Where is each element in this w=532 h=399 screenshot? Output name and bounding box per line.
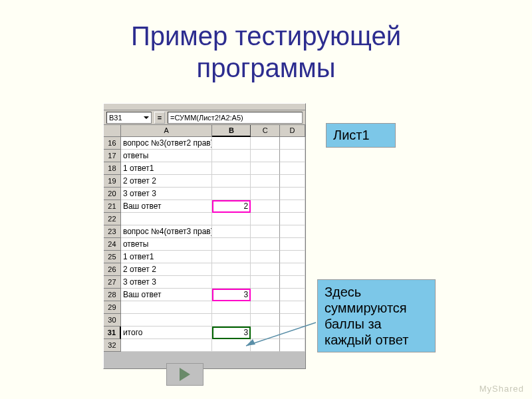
cell[interactable]: [212, 225, 251, 238]
cell[interactable]: итого: [121, 327, 213, 339]
row-header[interactable]: 16: [104, 137, 121, 150]
row-header[interactable]: 21: [104, 200, 121, 213]
cell[interactable]: [280, 301, 305, 314]
cell[interactable]: [251, 276, 280, 289]
cell[interactable]: [212, 137, 251, 150]
cell[interactable]: [251, 238, 280, 251]
cell[interactable]: [212, 175, 251, 188]
cell[interactable]: [212, 238, 251, 251]
row-header[interactable]: 32: [104, 339, 121, 352]
cell[interactable]: [251, 289, 280, 301]
cell[interactable]: [280, 238, 305, 251]
row-header[interactable]: 17: [104, 150, 121, 162]
cell[interactable]: [251, 251, 280, 263]
row-header[interactable]: 27: [104, 276, 121, 289]
cell[interactable]: [280, 213, 305, 225]
cell[interactable]: [251, 263, 280, 276]
cell[interactable]: [212, 339, 251, 352]
cell[interactable]: [280, 251, 305, 263]
row-header[interactable]: 30: [104, 314, 121, 327]
col-header-C[interactable]: C: [251, 125, 280, 137]
cell[interactable]: 3 ответ 3: [121, 188, 213, 200]
cell[interactable]: ответы: [121, 150, 213, 162]
cell[interactable]: [212, 276, 251, 289]
cell[interactable]: 3 ответ 3: [121, 276, 213, 289]
cell[interactable]: Ваш ответ: [121, 289, 213, 301]
table-row: 23вопрос №4(ответ3 прав): [104, 225, 305, 238]
cell[interactable]: [251, 327, 280, 339]
cell[interactable]: [212, 150, 251, 162]
row-header[interactable]: 28: [104, 289, 121, 301]
table-row: 16вопрос №3(ответ2 прав): [104, 137, 305, 150]
cell[interactable]: 2 ответ 2: [121, 263, 213, 276]
cell[interactable]: [280, 263, 305, 276]
callout-sum-text: Здесь суммируются баллы за каждый ответ: [325, 285, 408, 347]
cell[interactable]: [280, 339, 305, 352]
cell[interactable]: 1 ответ1: [121, 162, 213, 175]
cell[interactable]: [280, 289, 305, 301]
cell[interactable]: [251, 225, 280, 238]
cell[interactable]: [121, 339, 213, 352]
col-header-B[interactable]: B: [212, 125, 251, 137]
cell[interactable]: [251, 200, 280, 213]
cell[interactable]: [280, 225, 305, 238]
row-header[interactable]: 29: [104, 301, 121, 314]
cell[interactable]: Ваш ответ: [121, 200, 213, 213]
cell[interactable]: вопрос №3(ответ2 прав): [121, 137, 213, 150]
cell[interactable]: [212, 251, 251, 263]
chevron-down-icon[interactable]: [144, 116, 149, 119]
cell[interactable]: 3: [212, 289, 251, 301]
row-header[interactable]: 26: [104, 263, 121, 276]
cell[interactable]: вопрос №4(ответ3 прав): [121, 225, 213, 238]
row-header[interactable]: 20: [104, 188, 121, 200]
cell[interactable]: [280, 150, 305, 162]
row-header[interactable]: 23: [104, 225, 121, 238]
cell[interactable]: [251, 339, 280, 352]
row-header[interactable]: 19: [104, 175, 121, 188]
cell[interactable]: 1 ответ1: [121, 251, 213, 263]
equals-button[interactable]: =: [154, 112, 165, 124]
select-all-corner[interactable]: [104, 125, 121, 137]
callout-list1: Лист1: [326, 123, 396, 148]
row-header[interactable]: 31: [104, 327, 121, 339]
cell[interactable]: [251, 301, 280, 314]
cell[interactable]: 2 ответ 2: [121, 175, 213, 188]
cell[interactable]: ответы: [121, 238, 213, 251]
cell[interactable]: 2: [212, 200, 251, 213]
cell[interactable]: [121, 314, 213, 327]
cell[interactable]: [280, 137, 305, 150]
cell[interactable]: [212, 301, 251, 314]
cell[interactable]: [251, 175, 280, 188]
cell[interactable]: [212, 213, 251, 225]
cell[interactable]: [212, 188, 251, 200]
cell[interactable]: 3: [212, 327, 251, 339]
cell[interactable]: [280, 175, 305, 188]
name-box[interactable]: B31: [106, 112, 152, 124]
cell[interactable]: [280, 188, 305, 200]
cell[interactable]: [280, 276, 305, 289]
cell[interactable]: [251, 188, 280, 200]
cell[interactable]: [121, 301, 213, 314]
row-header[interactable]: 24: [104, 238, 121, 251]
row-header[interactable]: 18: [104, 162, 121, 175]
cell[interactable]: [212, 314, 251, 327]
cell[interactable]: [280, 327, 305, 339]
cell[interactable]: [212, 162, 251, 175]
row-header[interactable]: 25: [104, 251, 121, 263]
cell[interactable]: [212, 263, 251, 276]
next-slide-button[interactable]: [166, 363, 203, 386]
row-header[interactable]: 22: [104, 213, 121, 225]
cell[interactable]: [251, 314, 280, 327]
cell[interactable]: [251, 162, 280, 175]
col-header-D[interactable]: D: [280, 125, 305, 137]
cell[interactable]: [121, 213, 213, 225]
cell[interactable]: [251, 150, 280, 162]
col-header-A[interactable]: A: [121, 125, 213, 137]
table-row: 273 ответ 3: [104, 276, 305, 289]
cell[interactable]: [251, 213, 280, 225]
cell[interactable]: [280, 200, 305, 213]
cell[interactable]: [280, 162, 305, 175]
cell[interactable]: [280, 314, 305, 327]
cell[interactable]: [251, 137, 280, 150]
formula-input[interactable]: =СУММ(Лист2!A2:A5): [168, 112, 303, 124]
